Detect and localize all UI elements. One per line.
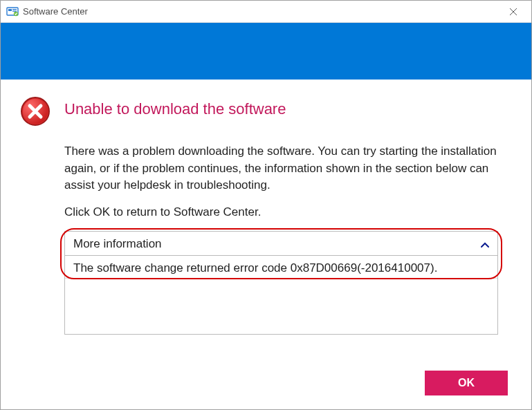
heading-row: Unable to download the software [20,96,512,127]
close-button[interactable] [499,2,527,21]
more-info-label: More information [73,237,162,251]
header-banner [1,23,531,80]
content-area: Unable to download the software There wa… [1,80,531,360]
software-center-icon [6,6,19,18]
titlebar: Software Center [1,1,531,23]
chevron-up-icon[interactable] [481,239,489,250]
body-text: There was a problem downloading the soft… [64,143,505,221]
svg-rect-1 [8,9,12,11]
body-paragraph-1: There was a problem downloading the soft… [64,143,505,194]
more-info-header[interactable]: More information [65,232,497,256]
ok-button[interactable]: OK [425,371,508,395]
more-info-wrapper: More information The software change ret… [64,231,498,335]
svg-rect-2 [12,9,17,10]
dialog-window: Software Center [0,0,532,410]
body-paragraph-2: Click OK to return to Software Center. [64,204,505,221]
svg-rect-3 [12,10,17,11]
more-info-panel: More information The software change ret… [64,231,498,335]
more-info-detail: The software change returned error code … [65,256,497,279]
window-title: Software Center [23,6,499,17]
more-info-blank-area [65,279,497,334]
close-icon [509,8,517,16]
error-heading: Unable to download the software [64,100,286,118]
error-icon [20,96,51,127]
footer: OK [1,360,531,409]
